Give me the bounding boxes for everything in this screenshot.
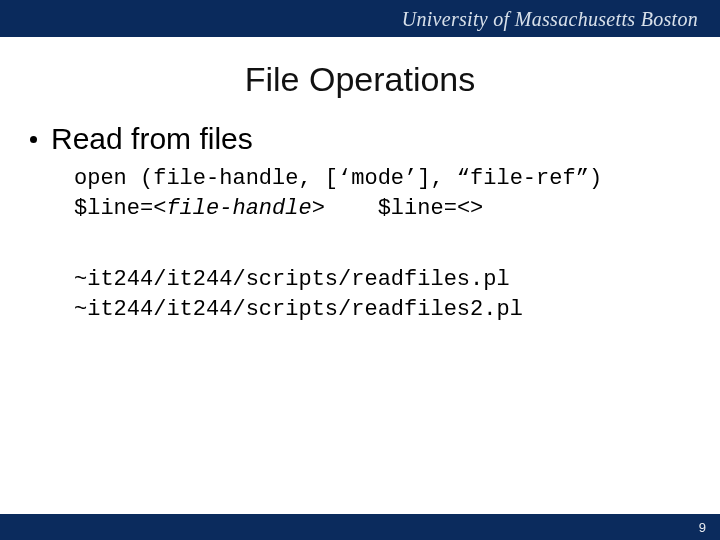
slide: University of Massachusetts Boston File … (0, 0, 720, 540)
code-line-1: open (file-handle, [‘mode’], “file-ref”) (74, 166, 602, 191)
code-line-2-italic: file-handle (166, 196, 311, 221)
code-path-1: ~it244/it244/scripts/readfiles.pl (74, 267, 510, 292)
code-block-2: ~it244/it244/scripts/readfiles.pl ~it244… (74, 265, 690, 324)
code-line-2-suffix: > $line=<> (312, 196, 484, 221)
code-block-1: open (file-handle, [‘mode’], “file-ref”)… (74, 164, 690, 223)
code-line-2-prefix: $line=< (74, 196, 166, 221)
slide-title: File Operations (0, 60, 720, 99)
header-bar: University of Massachusetts Boston (0, 0, 720, 40)
bullet-item: Read from files (30, 122, 690, 156)
institution-name: University of Massachusetts Boston (402, 8, 698, 31)
footer-bar: 9 (0, 514, 720, 540)
code-path-2: ~it244/it244/scripts/readfiles2.pl (74, 297, 523, 322)
page-number: 9 (699, 520, 706, 535)
bullet-text: Read from files (51, 122, 253, 156)
bullet-dot-icon (30, 136, 37, 143)
slide-content: Read from files open (file-handle, [‘mod… (30, 122, 690, 325)
